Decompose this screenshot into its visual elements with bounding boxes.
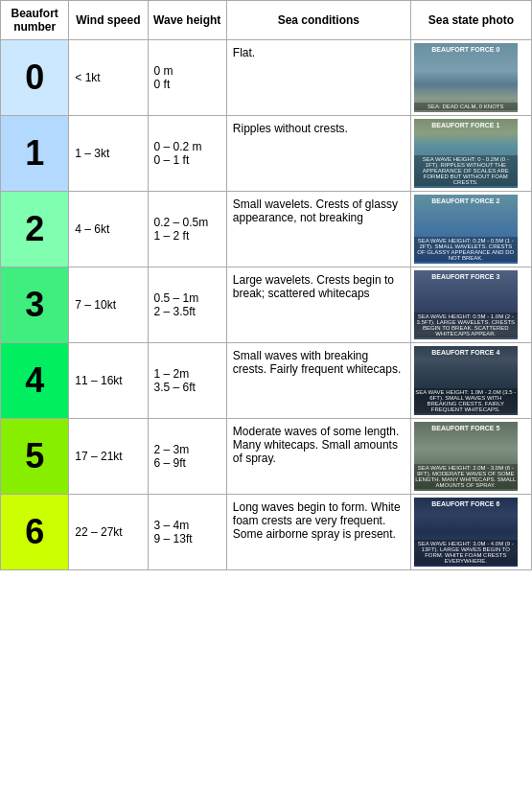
sea-state-photo-cell: BEAUFORT FORCE 5SEA WAVE HEIGHT: 2.0M - … bbox=[410, 419, 531, 495]
sea-conditions: Long waves begin to form. White foam cre… bbox=[226, 495, 410, 570]
sea-conditions: Moderate waves of some length. Many whit… bbox=[226, 419, 410, 495]
sea-state-photo: BEAUFORT FORCE 4SEA WAVE HEIGHT: 1.0M - … bbox=[414, 346, 518, 415]
wind-speed: 17 – 21kt bbox=[69, 419, 148, 495]
wave-height: 0 m 0 ft bbox=[148, 40, 226, 116]
sea-state-photo: BEAUFORT FORCE 1SEA WAVE HEIGHT: 0 - 0.2… bbox=[414, 119, 518, 188]
wave-height: 0.5 – 1m 2 – 3.5ft bbox=[148, 267, 226, 343]
photo-title: BEAUFORT FORCE 1 bbox=[414, 122, 518, 128]
sea-state-photo-cell: BEAUFORT FORCE 1SEA WAVE HEIGHT: 0 - 0.2… bbox=[410, 116, 531, 192]
wave-height: 0.2 – 0.5m 1 – 2 ft bbox=[148, 192, 226, 267]
sea-state-photo-cell: BEAUFORT FORCE 0SEA: DEAD CALM, 0 KNOTS bbox=[410, 40, 531, 116]
table-row: 0< 1kt0 m 0 ftFlat.BEAUFORT FORCE 0SEA: … bbox=[1, 40, 532, 116]
photo-description: SEA WAVE HEIGHT: 0.5M - 1.0M (2 - 3.5FT)… bbox=[414, 313, 518, 337]
photo-description: SEA WAVE HEIGHT: 0.2M - 0.5M (1 - 2FT). … bbox=[414, 237, 518, 262]
table-row: 411 – 16kt1 – 2m 3.5 – 6ftSmall waves wi… bbox=[1, 343, 532, 419]
photo-title: BEAUFORT FORCE 4 bbox=[414, 349, 518, 356]
photo-title: BEAUFORT FORCE 6 bbox=[414, 500, 518, 507]
header-conditions: Sea conditions bbox=[226, 1, 410, 40]
sea-state-photo: BEAUFORT FORCE 5SEA WAVE HEIGHT: 2.0M - … bbox=[414, 422, 518, 491]
photo-description: SEA WAVE HEIGHT: 2.0M - 3.0M (6 - 9FT). … bbox=[414, 464, 518, 489]
beaufort-number: 2 bbox=[1, 192, 69, 267]
beaufort-number: 6 bbox=[1, 495, 69, 570]
table-row: 622 – 27kt3 – 4m 9 – 13ftLong waves begi… bbox=[1, 495, 532, 570]
beaufort-number: 1 bbox=[1, 116, 69, 192]
wind-speed: 1 – 3kt bbox=[69, 116, 148, 192]
wave-height: 2 – 3m 6 – 9ft bbox=[148, 419, 226, 495]
photo-description: SEA WAVE HEIGHT: 0 - 0.2M (0 - 1FT). RIP… bbox=[414, 155, 518, 186]
beaufort-scale-table: Beaufort number Wind speed Wave height S… bbox=[0, 0, 532, 570]
wind-speed: 7 – 10kt bbox=[69, 267, 148, 343]
table-row: 517 – 21kt2 – 3m 6 – 9ftModerate waves o… bbox=[1, 419, 532, 495]
beaufort-number: 3 bbox=[1, 267, 69, 343]
sea-state-photo: BEAUFORT FORCE 0SEA: DEAD CALM, 0 KNOTS bbox=[414, 43, 518, 112]
sea-state-photo: BEAUFORT FORCE 2SEA WAVE HEIGHT: 0.2M - … bbox=[414, 195, 518, 264]
header-wind: Wind speed bbox=[69, 1, 148, 40]
sea-state-photo-cell: BEAUFORT FORCE 4SEA WAVE HEIGHT: 1.0M - … bbox=[410, 343, 531, 419]
photo-description: SEA WAVE HEIGHT: 1.0M - 2.0M (3.5 - 6FT)… bbox=[414, 388, 518, 413]
wave-height: 0 – 0.2 m 0 – 1 ft bbox=[148, 116, 226, 192]
photo-description: SEA: DEAD CALM, 0 KNOTS bbox=[414, 103, 518, 110]
photo-title: BEAUFORT FORCE 5 bbox=[414, 425, 518, 431]
beaufort-number: 5 bbox=[1, 419, 69, 495]
sea-state-photo-cell: BEAUFORT FORCE 2SEA WAVE HEIGHT: 0.2M - … bbox=[410, 192, 531, 267]
sea-state-photo-cell: BEAUFORT FORCE 6SEA WAVE HEIGHT: 3.0M - … bbox=[410, 495, 531, 570]
header-photo: Sea state photo bbox=[410, 1, 531, 40]
table-row: 24 – 6kt0.2 – 0.5m 1 – 2 ftSmall wavelet… bbox=[1, 192, 532, 267]
wave-height: 1 – 2m 3.5 – 6ft bbox=[148, 343, 226, 419]
wind-speed: 11 – 16kt bbox=[69, 343, 148, 419]
beaufort-number: 4 bbox=[1, 343, 69, 419]
photo-title: BEAUFORT FORCE 0 bbox=[414, 46, 518, 53]
sea-conditions: Small wavelets. Crests of glassy appeara… bbox=[226, 192, 410, 267]
sea-state-photo-cell: BEAUFORT FORCE 3SEA WAVE HEIGHT: 0.5M - … bbox=[410, 267, 531, 343]
sea-conditions: Small waves with breaking crests. Fairly… bbox=[226, 343, 410, 419]
sea-state-photo: BEAUFORT FORCE 6SEA WAVE HEIGHT: 3.0M - … bbox=[414, 498, 518, 567]
wave-height: 3 – 4m 9 – 13ft bbox=[148, 495, 226, 570]
sea-conditions: Large wavelets. Crests begin to break; s… bbox=[226, 267, 410, 343]
header-row: Beaufort number Wind speed Wave height S… bbox=[1, 1, 532, 40]
table-row: 37 – 10kt0.5 – 1m 2 – 3.5ftLarge wavelet… bbox=[1, 267, 532, 343]
sea-state-photo: BEAUFORT FORCE 3SEA WAVE HEIGHT: 0.5M - … bbox=[414, 270, 518, 339]
header-wave: Wave height bbox=[148, 1, 226, 40]
wind-speed: < 1kt bbox=[69, 40, 148, 116]
wind-speed: 4 – 6kt bbox=[69, 192, 148, 267]
header-beaufort: Beaufort number bbox=[1, 1, 69, 40]
photo-title: BEAUFORT FORCE 2 bbox=[414, 197, 518, 204]
sea-conditions: Flat. bbox=[226, 40, 410, 116]
table-row: 11 – 3kt0 – 0.2 m 0 – 1 ftRipples withou… bbox=[1, 116, 532, 192]
sea-conditions: Ripples without crests. bbox=[226, 116, 410, 192]
wind-speed: 22 – 27kt bbox=[69, 495, 148, 570]
photo-description: SEA WAVE HEIGHT: 3.0M - 4.0M (9 - 13FT).… bbox=[414, 540, 518, 565]
photo-title: BEAUFORT FORCE 3 bbox=[414, 273, 518, 280]
beaufort-number: 0 bbox=[1, 40, 69, 116]
